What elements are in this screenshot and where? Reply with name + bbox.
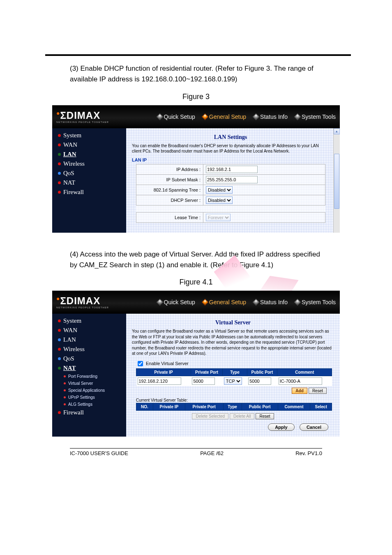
- nav-system[interactable]: System: [52, 131, 126, 140]
- edimax-logo-2: ●ΣDIMAX NETWORKING PEOPLE TOGETHER: [56, 296, 109, 309]
- input-public-port[interactable]: [248, 377, 271, 385]
- button-apply[interactable]: Apply: [268, 423, 295, 431]
- edimax-logo: ●ΣDIMAX NETWORKING PEOPLE TOGETHER: [56, 110, 109, 123]
- nav2-special-apps[interactable]: Special Applications: [52, 387, 126, 394]
- select-spanning-tree[interactable]: Disabled: [206, 186, 233, 194]
- button-delete-selected[interactable]: Delete Selected: [192, 413, 228, 419]
- figure41-caption: Figure 4.1: [25, 278, 367, 287]
- nav-lan[interactable]: LAN: [52, 150, 126, 159]
- col2-public-port: Public Port: [242, 403, 278, 410]
- tab-quick-setup-2[interactable]: Quick Setup: [157, 299, 195, 305]
- select-lease-time: Forever: [206, 214, 231, 221]
- page-footer: IC-7000 USER'S GUIDE PAGE /62 Rev. PV1.0: [70, 448, 322, 456]
- router-tabs: Quick Setup General Setup Status Info Sy…: [157, 113, 336, 120]
- input-comment[interactable]: [279, 377, 322, 385]
- col2-no: NO.: [136, 403, 153, 410]
- col2-type: Type: [223, 403, 242, 410]
- router-header-2: ●ΣDIMAX NETWORKING PEOPLE TOGETHER Quick…: [52, 291, 340, 314]
- vs-current-table: NO. Private IP Private Port Type Public …: [136, 403, 332, 411]
- tab-general-setup[interactable]: General Setup: [203, 113, 246, 120]
- nav-wan[interactable]: WAN: [52, 140, 126, 150]
- select-dhcp-server[interactable]: Disabled: [206, 197, 233, 204]
- lan-settings-content: ▴ LAN Settings You can enable the Broadb…: [126, 128, 340, 233]
- col2-select: Select: [310, 403, 332, 410]
- step3-text: (3) Enable DHCP function of residential …: [70, 63, 322, 85]
- vs-entry-table: Private IP Private Port Type Public Port…: [136, 368, 332, 386]
- lan-settings-title: LAN Settings: [132, 134, 329, 141]
- footer-center: PAGE /62: [200, 450, 224, 456]
- col-comment: Comment: [277, 368, 332, 376]
- nav-firewall[interactable]: Firewall: [52, 187, 126, 197]
- nav2-nat[interactable]: NAT: [52, 363, 126, 373]
- nav2-upnp[interactable]: UPnP Settings: [52, 394, 126, 401]
- nav2-firewall[interactable]: Firewall: [52, 408, 126, 417]
- nav-nat[interactable]: NAT: [52, 178, 126, 187]
- label-lease-time: Lease Time :: [136, 212, 203, 222]
- tab-system-tools-2[interactable]: System Tools: [295, 299, 336, 305]
- tab-quick-setup[interactable]: Quick Setup: [157, 113, 195, 120]
- virtual-server-content: Virtual Server You can configure the Bro…: [126, 314, 340, 437]
- lan-ip-table: IP Address : IP Subnet Mask : 802.1d Spa…: [136, 164, 325, 223]
- label-dhcp-server: DHCP Server :: [136, 195, 203, 205]
- button-add[interactable]: Add: [292, 388, 307, 394]
- lan-settings-desc: You can enable the Broadband router's DH…: [132, 143, 329, 154]
- tab-general-setup-2[interactable]: General Setup: [203, 299, 246, 305]
- footer-right: Rev. PV1.0: [295, 450, 322, 456]
- label-spanning-tree: 802.1d Spanning Tree :: [136, 185, 203, 195]
- button-cancel[interactable]: Cancel: [300, 423, 328, 431]
- scroll-up-icon[interactable]: ▴: [334, 128, 340, 134]
- col-private-ip: Private IP: [136, 368, 191, 376]
- router-tabs-2: Quick Setup General Setup Status Info Sy…: [157, 299, 336, 305]
- input-private-port[interactable]: [192, 377, 215, 385]
- input-private-ip[interactable]: [138, 377, 181, 385]
- router-header: ●ΣDIMAX NETWORKING PEOPLE TOGETHER Quick…: [52, 105, 340, 128]
- nav2-port-forwarding[interactable]: Port Forwarding: [52, 373, 126, 380]
- figure41-router-panel: ●ΣDIMAX NETWORKING PEOPLE TOGETHER Quick…: [52, 291, 340, 437]
- col-type: Type: [223, 368, 247, 376]
- enable-vs-label: Enable Virtual Server: [146, 361, 189, 366]
- col-private-port: Private Port: [191, 368, 222, 376]
- tab-status-info-2[interactable]: Status Info: [254, 299, 288, 305]
- col2-comment: Comment: [278, 403, 310, 410]
- nav2-wan[interactable]: WAN: [52, 326, 126, 335]
- nav2-wireless[interactable]: Wireless: [52, 345, 126, 354]
- nav2-virtual-server[interactable]: Virtual Server: [52, 380, 126, 387]
- current-vs-table-title: Current Virtual Server Table:: [136, 398, 334, 402]
- col-public-port: Public Port: [247, 368, 277, 376]
- content-scrollbar[interactable]: ▴: [333, 128, 340, 233]
- lan-ip-subhead: LAN IP: [132, 157, 329, 162]
- input-subnet-mask[interactable]: [206, 176, 258, 183]
- label-ip-address: IP Address :: [136, 164, 203, 174]
- select-type[interactable]: TCP: [224, 377, 242, 385]
- nav-wireless[interactable]: Wireless: [52, 159, 126, 169]
- tab-status-info[interactable]: Status Info: [254, 113, 288, 120]
- nav2-alg[interactable]: ALG Settings: [52, 401, 126, 408]
- nav2-system[interactable]: System: [52, 316, 126, 326]
- label-subnet-mask: IP Subnet Mask :: [136, 174, 203, 185]
- sidebar-nav: System WAN LAN Wireless QoS NAT Firewall: [52, 128, 126, 233]
- button-reset-entry[interactable]: Reset: [309, 388, 327, 394]
- sidebar-nav-2: System WAN LAN Wireless QoS NAT Port For…: [52, 314, 126, 437]
- figure3-router-panel: ●ΣDIMAX NETWORKING PEOPLE TOGETHER Quick…: [52, 105, 340, 233]
- checkbox-enable-vs[interactable]: [138, 361, 143, 366]
- tab-system-tools[interactable]: System Tools: [295, 113, 336, 120]
- button-delete-all[interactable]: Delete All: [230, 413, 254, 419]
- button-reset-table[interactable]: Reset: [256, 413, 274, 419]
- step4-text: (4) Access into the web page of Virtual …: [70, 250, 320, 269]
- nav2-qos[interactable]: QoS: [52, 354, 126, 363]
- figure3-caption: Figure 3: [25, 92, 367, 101]
- nav2-lan[interactable]: LAN: [52, 335, 126, 345]
- input-ip-address[interactable]: [206, 166, 258, 173]
- footer-left: IC-7000 USER'S GUIDE: [70, 450, 128, 456]
- col2-private-ip: Private IP: [153, 403, 185, 410]
- top-rule: [45, 54, 351, 56]
- col2-private-port: Private Port: [185, 403, 223, 410]
- nav-qos[interactable]: QoS: [52, 169, 126, 178]
- vs-title: Virtual Server: [132, 319, 334, 326]
- vs-desc: You can configure the Broadband router a…: [132, 328, 334, 356]
